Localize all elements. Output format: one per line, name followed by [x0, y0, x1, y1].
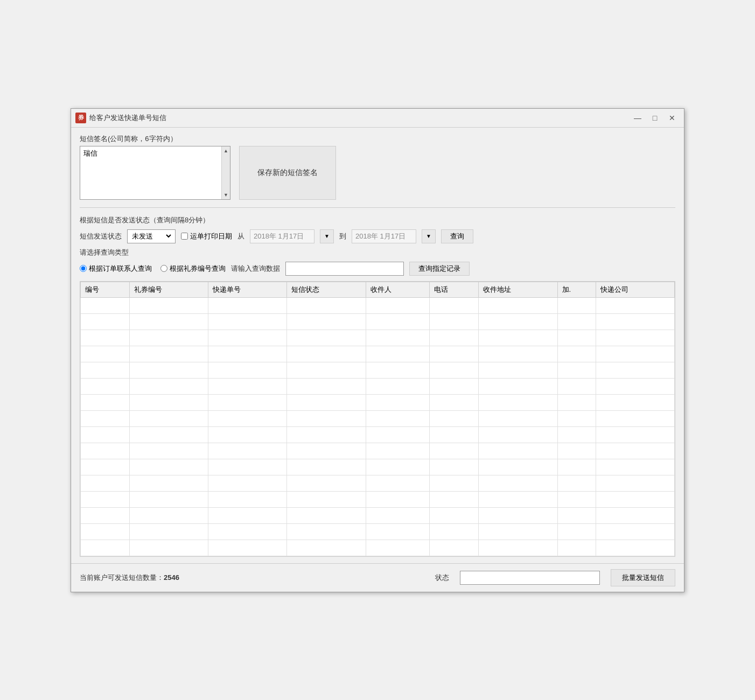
radio-gift-label[interactable]: 根据礼券编号查询 [160, 264, 226, 274]
scrollbar: ▲ ▼ [221, 146, 230, 199]
app-icon: 券 [75, 113, 86, 123]
divider-1 [80, 207, 675, 208]
col-sms-status: 短信状态 [287, 282, 366, 297]
radio-order-text: 根据订单联系人查询 [89, 264, 152, 274]
window-title: 给客户发送快递单号短信 [89, 113, 630, 123]
col-id: 编号 [81, 282, 130, 297]
sms-filter-row: 短信发送状态 未发送 已发送 全部 运单打印日期 从 2018年 1月17日 ▼ [80, 229, 675, 243]
status-label: 状态 [435, 573, 449, 583]
sms-status-row: 根据短信是否发送状态（查询间隔8分钟） [80, 215, 675, 225]
query-button[interactable]: 查询 [441, 229, 473, 243]
table-header-row: 编号 礼券编号 快递单号 短信状态 收件人 电话 收件地址 加. 快递公司 [81, 282, 675, 297]
table-row[interactable] [81, 540, 675, 556]
save-signature-button[interactable]: 保存新的短信签名 [239, 146, 336, 200]
table-body [81, 297, 675, 556]
table-row[interactable] [81, 394, 675, 410]
date-to-picker-button[interactable]: ▼ [422, 229, 436, 243]
table-row[interactable] [81, 330, 675, 346]
table-row[interactable] [81, 362, 675, 378]
table-row[interactable] [81, 378, 675, 394]
radio-order[interactable] [80, 265, 87, 272]
main-window: 券 给客户发送快递单号短信 — □ ✕ 短信签名(公司简称，6字符内） 瑞信 ▲… [71, 108, 684, 592]
query-data-label: 请输入查询数据 [231, 264, 280, 274]
main-content: 短信签名(公司简称，6字符内） 瑞信 ▲ ▼ 保存新的短信签名 根据短信是否发送… [71, 128, 684, 563]
table-row[interactable] [81, 410, 675, 426]
signature-section: 短信签名(公司简称，6字符内） 瑞信 ▲ ▼ 保存新的短信签名 [80, 134, 675, 200]
table-row[interactable] [81, 475, 675, 491]
table-row[interactable] [81, 426, 675, 443]
query-type-options-row: 根据订单联系人查询 根据礼券编号查询 请输入查询数据 查询指定记录 [80, 262, 675, 276]
query-section: 根据短信是否发送状态（查询间隔8分钟） 短信发送状态 未发送 已发送 全部 运单… [80, 215, 675, 276]
minimize-button[interactable]: — [630, 112, 645, 124]
waybill-date-checkbox-label[interactable]: 运单打印日期 [181, 232, 232, 241]
account-sms-count: 2546 [164, 573, 179, 582]
table-row[interactable] [81, 313, 675, 330]
col-courier: 快递公司 [596, 282, 674, 297]
waybill-date-label: 运单打印日期 [190, 232, 232, 241]
col-phone: 电话 [430, 282, 479, 297]
data-table: 编号 礼券编号 快递单号 短信状态 收件人 电话 收件地址 加. 快递公司 [80, 282, 675, 556]
table-row[interactable] [81, 491, 675, 507]
col-address: 收件地址 [479, 282, 557, 297]
account-sms-label: 当前账户可发送短信数量：2546 [80, 573, 179, 583]
radio-order-label[interactable]: 根据订单联系人查询 [80, 264, 152, 274]
sms-status-select[interactable]: 未发送 已发送 全部 [130, 232, 173, 241]
status-input[interactable] [460, 571, 600, 585]
from-label: 从 [237, 232, 244, 241]
col-gift-no: 礼券编号 [130, 282, 208, 297]
waybill-date-checkbox[interactable] [181, 233, 188, 240]
title-bar: 券 给客户发送快递单号短信 — □ ✕ [71, 109, 684, 128]
date-from-picker-button[interactable]: ▼ [320, 229, 334, 243]
query-type-label: 请选择查询类型 [80, 248, 129, 257]
sms-status-label: 短信发送状态 [80, 232, 122, 241]
radio-gift[interactable] [160, 265, 167, 272]
status-section-label: 根据短信是否发送状态（查询间隔8分钟） [80, 215, 209, 225]
col-add: 加. [557, 282, 596, 297]
close-button[interactable]: ✕ [665, 112, 680, 124]
query-data-input[interactable] [285, 262, 404, 276]
col-waybill: 快递单号 [208, 282, 287, 297]
query-specific-button[interactable]: 查询指定记录 [409, 262, 470, 276]
query-type-row: 请选择查询类型 [80, 248, 675, 257]
footer: 当前账户可发送短信数量：2546 状态 批量发送短信 [71, 563, 684, 592]
col-receiver: 收件人 [366, 282, 430, 297]
to-label: 到 [339, 232, 346, 241]
signature-row: 瑞信 ▲ ▼ 保存新的短信签名 [80, 146, 675, 200]
data-table-container: 编号 礼券编号 快递单号 短信状态 收件人 电话 收件地址 加. 快递公司 [80, 281, 675, 557]
table-header: 编号 礼券编号 快递单号 短信状态 收件人 电话 收件地址 加. 快递公司 [81, 282, 675, 297]
sms-status-dropdown[interactable]: 未发送 已发送 全部 [127, 229, 176, 243]
date-to-display: 2018年 1月17日 [352, 229, 416, 243]
table-row[interactable] [81, 459, 675, 475]
maximize-button[interactable]: □ [647, 112, 662, 124]
signature-textarea[interactable]: 瑞信 [80, 146, 230, 199]
scroll-up-arrow: ▲ [222, 146, 230, 155]
table-row[interactable] [81, 346, 675, 362]
radio-group: 根据订单联系人查询 根据礼券编号查询 [80, 264, 226, 274]
signature-label: 短信签名(公司简称，6字符内） [80, 134, 675, 144]
table-row[interactable] [81, 507, 675, 523]
signature-textarea-wrapper: 瑞信 ▲ ▼ [80, 146, 230, 200]
scroll-down-arrow: ▼ [222, 191, 230, 199]
table-row[interactable] [81, 523, 675, 540]
table-row[interactable] [81, 297, 675, 313]
table-row[interactable] [81, 443, 675, 459]
radio-gift-text: 根据礼券编号查询 [170, 264, 226, 274]
batch-send-button[interactable]: 批量发送短信 [611, 569, 675, 586]
window-controls: — □ ✕ [630, 112, 680, 124]
date-from-display: 2018年 1月17日 [250, 229, 314, 243]
